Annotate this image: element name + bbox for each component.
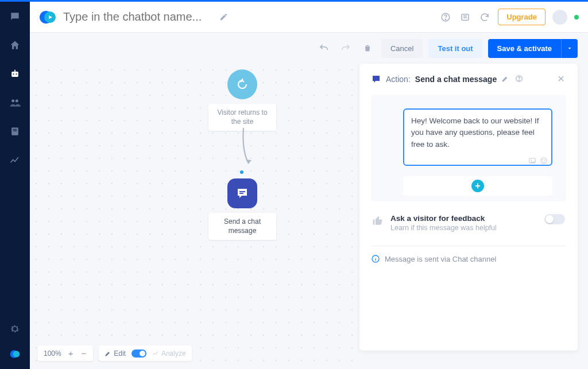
emoji-icon[interactable] [540,157,548,165]
add-message-button[interactable]: + [471,180,484,192]
panel-close-icon[interactable] [557,75,566,84]
sidebar-bot-icon[interactable] [8,67,22,81]
zoom-controls: 100% + − [38,345,93,361]
redo-icon[interactable] [338,40,354,56]
svg-point-23 [531,160,532,161]
attach-image-icon[interactable] [528,157,536,165]
svg-point-5 [16,99,18,102]
panel-edit-icon[interactable] [501,75,510,84]
panel-divider [371,246,566,246]
analyze-mode-label: Analyze [161,349,186,358]
flow-canvas[interactable]: Visitor returns to the site Send a chat … [30,64,359,369]
feedback-subtitle: Learn if this message was helpful [390,224,497,232]
sidebar-chat-icon[interactable] [8,10,22,24]
svg-point-1 [13,73,14,75]
header: Upgrade [30,2,588,33]
delete-icon[interactable] [359,40,376,56]
svg-rect-8 [13,130,17,131]
svg-marker-17 [246,160,252,164]
action-node-label: Send a chat message [208,213,276,240]
info-icon [371,254,380,263]
trigger-node[interactable]: Visitor returns to the site [202,69,283,131]
message-editor-block: + [371,95,566,201]
upgrade-button[interactable]: Upgrade [498,9,546,25]
svg-rect-7 [13,129,17,130]
panel-action-prefix: Action: [386,75,411,84]
cancel-button[interactable]: Cancel [381,39,423,58]
action-node-icon [227,178,257,208]
status-dot-icon [574,15,579,20]
svg-point-26 [544,160,545,160]
undo-icon[interactable] [316,40,332,56]
sidebar-logo-icon[interactable] [8,347,22,361]
sidebar-analytics-icon[interactable] [8,153,22,167]
save-dropdown-icon[interactable] [561,39,578,58]
feedback-toggle[interactable] [544,214,565,224]
thumbs-icon [372,215,384,227]
panel-help-icon[interactable] [515,75,524,84]
sidebar-settings-icon[interactable] [8,322,22,336]
panel-chat-icon [371,74,381,84]
feedback-row: Ask a visitor for feedback Learn if this… [371,214,566,232]
save-activate-button[interactable]: Save & activate [488,39,561,58]
help-icon[interactable] [439,11,452,24]
svg-point-24 [541,158,547,164]
svg-point-25 [543,160,543,160]
info-text: Message is sent via Chat channel [385,255,496,263]
panel-action-name: Send a chat message [415,75,497,84]
zoom-value: 100% [44,349,61,358]
action-bar: Cancel Test it out Save & activate [30,33,588,64]
test-button[interactable]: Test it out [428,39,482,58]
edit-mode-button[interactable]: Edit [105,349,126,358]
mode-controls: Edit Analyze [99,345,191,361]
avatar[interactable] [552,10,567,25]
svg-rect-18 [239,191,245,192]
connector-arrow-icon [242,128,253,171]
svg-point-4 [11,99,14,102]
svg-point-2 [16,73,17,75]
svg-point-21 [519,80,520,80]
info-row: Message is sent via Chat channel [371,254,566,263]
sidebar-people-icon[interactable] [8,96,22,110]
action-panel: Action: Send a chat message [359,64,578,351]
sidebar [0,2,30,369]
zoom-in-icon[interactable]: + [67,348,75,358]
svg-rect-0 [11,72,18,77]
edit-name-icon[interactable] [219,13,228,21]
news-icon[interactable] [459,11,471,24]
connector-endpoint-icon [240,170,243,174]
zoom-out-icon[interactable]: − [80,348,87,358]
trigger-node-icon [227,69,257,99]
mode-toggle[interactable] [131,349,146,358]
svg-rect-19 [239,193,243,194]
svg-rect-6 [11,127,18,135]
sidebar-home-icon[interactable] [8,38,22,52]
edit-mode-label: Edit [114,349,126,358]
action-node[interactable]: Send a chat message [202,178,283,240]
svg-point-10 [13,351,20,358]
svg-point-15 [446,19,446,20]
chatbot-name-input[interactable] [63,10,212,24]
sidebar-book-icon[interactable] [8,125,22,138]
refresh-icon[interactable] [478,11,491,24]
svg-rect-3 [14,70,16,72]
app-logo-icon [39,9,56,26]
trigger-node-label: Visitor returns to the site [208,104,276,131]
feedback-title: Ask a visitor for feedback [390,214,497,223]
analyze-mode-button[interactable]: Analyze [152,349,186,358]
bottom-toolbar: 100% + − Edit Analyze [38,345,192,361]
